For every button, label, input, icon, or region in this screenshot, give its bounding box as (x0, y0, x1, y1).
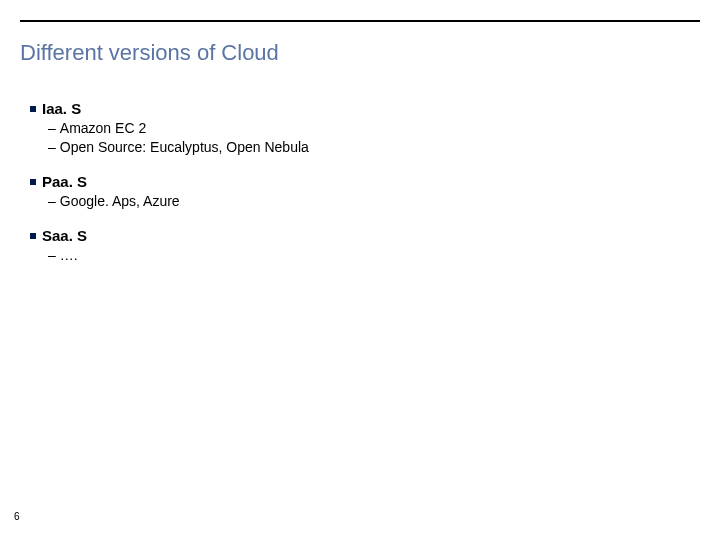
section-heading: Paa. S (30, 173, 690, 190)
item-text: Open Source: Eucalyptus, Open Nebula (60, 139, 309, 155)
item-text: …. (60, 247, 78, 263)
section-iaas: Iaa. S –Amazon EC 2 –Open Source: Eucaly… (30, 100, 690, 157)
list-item: –…. (48, 246, 690, 265)
dash-icon: – (48, 193, 56, 209)
slide: Different versions of Cloud Iaa. S –Amaz… (0, 0, 720, 540)
section-heading: Iaa. S (30, 100, 690, 117)
subitems: –Google. Aps, Azure (48, 192, 690, 211)
dash-icon: – (48, 139, 56, 155)
subitems: –…. (48, 246, 690, 265)
square-bullet-icon (30, 106, 36, 112)
top-rule (20, 20, 700, 22)
heading-text: Iaa. S (42, 100, 81, 117)
list-item: –Amazon EC 2 (48, 119, 690, 138)
slide-title: Different versions of Cloud (20, 40, 279, 66)
item-text: Google. Aps, Azure (60, 193, 180, 209)
section-saas: Saa. S –…. (30, 227, 690, 265)
slide-content: Iaa. S –Amazon EC 2 –Open Source: Eucaly… (30, 100, 690, 281)
heading-text: Saa. S (42, 227, 87, 244)
section-paas: Paa. S –Google. Aps, Azure (30, 173, 690, 211)
subitems: –Amazon EC 2 –Open Source: Eucalyptus, O… (48, 119, 690, 157)
square-bullet-icon (30, 233, 36, 239)
heading-text: Paa. S (42, 173, 87, 190)
list-item: –Open Source: Eucalyptus, Open Nebula (48, 138, 690, 157)
dash-icon: – (48, 247, 56, 263)
section-heading: Saa. S (30, 227, 690, 244)
dash-icon: – (48, 120, 56, 136)
list-item: –Google. Aps, Azure (48, 192, 690, 211)
square-bullet-icon (30, 179, 36, 185)
item-text: Amazon EC 2 (60, 120, 146, 136)
page-number: 6 (14, 511, 20, 522)
